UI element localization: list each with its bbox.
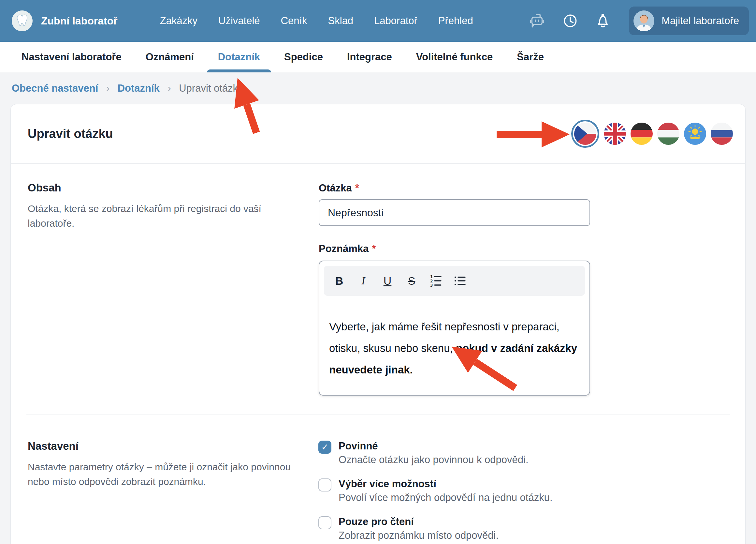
question-field-label: Otázka* [319, 182, 359, 194]
flag-german[interactable] [631, 123, 653, 145]
flag-czech[interactable] [574, 123, 596, 145]
tab-integrace[interactable]: Integrace [347, 42, 392, 72]
language-switcher [571, 120, 733, 148]
active-tab-underline [207, 69, 271, 72]
breadcrumb-obecne-nastaveni[interactable]: Obecné nastavení [12, 82, 98, 94]
option-pouze-pro-cteni: Pouze pro čtení Zobrazit poznámku místo … [318, 516, 553, 542]
page-title: Upravit otázku [28, 127, 113, 141]
note-rich-text-editor[interactable]: B I U S 1 2 3 Vyb [319, 260, 590, 396]
underline-button[interactable]: U [377, 271, 398, 291]
avatar [633, 10, 654, 31]
nav-item-prehled[interactable]: Přehled [438, 15, 473, 27]
flag-english[interactable] [604, 123, 626, 145]
navbar-actions: Majitel laboratoře [529, 7, 749, 35]
tab-volitelne-funkce[interactable]: Volitelné funkce [416, 42, 493, 72]
tab-oznameni[interactable]: Oznámení [146, 42, 194, 72]
settings-tabbar: Nastavení laboratoře Oznámení Dotazník S… [0, 42, 756, 72]
nav-item-uzivatele[interactable]: Uživatelé [218, 15, 260, 27]
option-description: Povolí více možných odpovědí na jednu ot… [339, 491, 553, 505]
tab-dotaznik[interactable]: Dotazník [218, 42, 260, 72]
option-vyber-vice-moznosti: Výběr více možností Povolí více možných … [318, 478, 553, 505]
required-asterisk: * [355, 182, 359, 194]
option-povinne: ✓ Povinné Označte otázku jako povinnou k… [318, 440, 553, 467]
nav-item-sklad[interactable]: Sklad [328, 15, 354, 27]
povinne-checkbox[interactable]: ✓ [318, 441, 331, 454]
svg-text:2: 2 [430, 279, 433, 284]
breadcrumb: Obecné nastavení › Dotazník › Upravit ot… [0, 72, 756, 104]
app-title: Zubní laboratoř [41, 15, 118, 27]
question-input[interactable] [319, 199, 590, 226]
chatbot-icon[interactable] [529, 12, 547, 30]
breadcrumb-separator-icon: › [106, 81, 109, 94]
svg-text:1: 1 [430, 275, 433, 279]
nav-item-zakazky[interactable]: Zakázky [160, 15, 197, 27]
section-divider [26, 415, 730, 415]
editor-toolbar: B I U S 1 2 3 [324, 266, 585, 296]
nav-item-laborator[interactable]: Laboratoř [374, 15, 417, 27]
top-navbar: Zubní laboratoř Zakázky Uživatelé Ceník … [0, 0, 756, 42]
flag-czech-selected-ring [571, 120, 599, 148]
settings-section-heading: Nastavení [28, 440, 79, 452]
bell-icon[interactable] [594, 12, 612, 30]
tab-spedice[interactable]: Spedice [284, 42, 323, 72]
note-editor-content[interactable]: Vyberte, jak máme řešit nepřesnosti v pr… [319, 301, 589, 381]
app-logo[interactable] [12, 10, 33, 31]
flag-kazakh[interactable] [684, 123, 706, 145]
breadcrumb-separator-icon: › [167, 81, 171, 94]
bold-button[interactable]: B [329, 271, 349, 291]
tooth-icon [15, 13, 30, 29]
breadcrumb-current-page: Upravit otázku [179, 82, 243, 94]
breadcrumb-dotaznik[interactable]: Dotazník [118, 82, 160, 94]
option-label: Povinné [339, 440, 529, 452]
user-menu-button[interactable]: Majitel laboratoře [629, 7, 749, 35]
nav-item-cenik[interactable]: Ceník [281, 15, 307, 27]
user-role-label: Majitel laboratoře [661, 15, 739, 27]
flag-hungarian[interactable] [657, 123, 679, 145]
vyber-vice-moznosti-checkbox[interactable] [318, 478, 331, 492]
ordered-list-icon[interactable]: 1 2 3 [426, 271, 446, 291]
svg-text:3: 3 [430, 283, 433, 288]
option-description: Zobrazit poznámku místo odpovědi. [339, 529, 499, 542]
main-nav: Zakázky Uživatelé Ceník Sklad Laboratoř … [160, 15, 473, 27]
edit-question-card: Upravit otázku [10, 104, 746, 544]
option-label: Pouze pro čtení [339, 516, 499, 528]
tab-nastaveni-laboratore[interactable]: Nastavení laboratoře [22, 42, 122, 72]
content-section-description: Otázka, která se zobrazí lékařům při reg… [28, 201, 262, 230]
required-asterisk: * [372, 243, 376, 255]
settings-section-description: Nastavte parametry otázky – můžete ji oz… [28, 460, 292, 489]
note-field-label: Poznámka* [319, 243, 376, 255]
flag-russian[interactable] [711, 123, 733, 145]
check-icon: ✓ [321, 442, 329, 452]
tab-sarze[interactable]: Šarže [517, 42, 544, 72]
clock-icon[interactable] [561, 12, 579, 30]
content-section-heading: Obsah [28, 182, 61, 194]
card-header: Upravit otázku [11, 104, 745, 164]
settings-options: ✓ Povinné Označte otázku jako povinnou k… [318, 440, 553, 542]
pouze-pro-cteni-checkbox[interactable] [318, 516, 331, 529]
option-label: Výběr více možností [339, 478, 553, 490]
unordered-list-icon[interactable] [450, 271, 470, 291]
option-description: Označte otázku jako povinnou k odpovědi. [339, 453, 529, 467]
italic-button[interactable]: I [353, 271, 373, 291]
strikethrough-button[interactable]: S [401, 271, 422, 291]
